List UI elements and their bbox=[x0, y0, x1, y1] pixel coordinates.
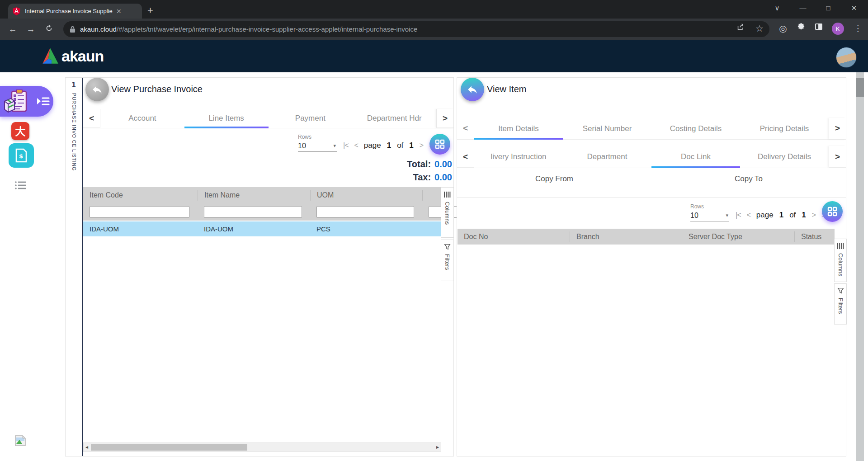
new-tab-button[interactable]: + bbox=[147, 5, 153, 16]
scrollbar-thumb[interactable] bbox=[91, 444, 247, 451]
invoice-tabs: < Account Line Items Payment Department … bbox=[83, 109, 453, 128]
window-maximize-button[interactable]: □ bbox=[821, 4, 835, 12]
filter-item-code-input[interactable] bbox=[90, 206, 189, 218]
browser-titlebar: Internal Purchase Invoice Supplie ✕ + ∨ … bbox=[0, 0, 868, 19]
scroll-right-arrow[interactable]: ▸ bbox=[436, 444, 439, 450]
tab-delivery-instruction[interactable]: livery Instruction bbox=[474, 146, 563, 168]
invoice-applet-icon[interactable]: $ bbox=[9, 143, 34, 168]
tab-copy-to[interactable]: Copy To bbox=[651, 168, 846, 197]
dropdown-caret-icon: ▾ bbox=[333, 143, 336, 149]
share-icon[interactable] bbox=[734, 23, 747, 33]
address-bar[interactable]: akaun.cloud/#/applets/tnt/wavelet/erp/in… bbox=[63, 21, 769, 37]
page-scrollbar[interactable] bbox=[856, 72, 864, 461]
tab-item-details[interactable]: Item Details bbox=[474, 118, 563, 139]
tab-line-items[interactable]: Line Items bbox=[184, 109, 269, 128]
current-page: 1 bbox=[387, 141, 391, 150]
next-page-button[interactable]: > bbox=[812, 211, 816, 219]
target-extension-icon[interactable]: ◎ bbox=[777, 23, 789, 34]
filters-tool-tab[interactable]: Filters bbox=[834, 283, 847, 325]
browser-tab[interactable]: Internal Purchase Invoice Supplie ✕ bbox=[8, 4, 142, 19]
total-pages: 1 bbox=[802, 211, 806, 220]
tab-costing-details[interactable]: Costing Details bbox=[651, 118, 740, 139]
tab-pricing-details[interactable]: Pricing Details bbox=[740, 118, 829, 139]
col-item-code: Item Code bbox=[83, 190, 198, 201]
dollar-document-icon: $ bbox=[15, 148, 27, 163]
item-tabs-row1: < Item Details Serial Number Costing Det… bbox=[457, 118, 846, 140]
line-items-pagination: Rows 10 ▾ |< < page 1 of 1 > >| bbox=[298, 134, 434, 152]
tab-department-hdr[interactable]: Department Hdr bbox=[352, 109, 436, 128]
columns-icon bbox=[444, 191, 451, 198]
reload-icon bbox=[45, 24, 53, 32]
columns-icon bbox=[837, 243, 844, 249]
tab-serial-number[interactable]: Serial Number bbox=[563, 118, 651, 139]
item-back-button[interactable] bbox=[461, 78, 484, 101]
table-row-selected[interactable]: IDA-UOM IDA-UOM PCS bbox=[83, 221, 441, 236]
filter-item-name-input[interactable] bbox=[204, 206, 302, 218]
col-uom: UOM bbox=[310, 190, 422, 201]
page-title: View Purchase Invoice bbox=[111, 84, 203, 94]
columns-tool-tab[interactable]: Columns bbox=[441, 187, 454, 238]
purchase-invoice-panel: 1 PURCHASE INVOICE LISTING View Purchase… bbox=[65, 77, 454, 456]
url-host: akaun.cloud bbox=[80, 25, 117, 33]
user-avatar[interactable] bbox=[836, 47, 857, 68]
back-button[interactable] bbox=[85, 78, 109, 101]
browser-back-button[interactable]: ← bbox=[4, 24, 22, 34]
total-value: 0.00 bbox=[434, 159, 452, 169]
horizontal-scrollbar[interactable]: ◂ ▸ bbox=[83, 442, 441, 452]
svg-text:$: $ bbox=[19, 153, 23, 160]
row1-scroll-left[interactable]: < bbox=[457, 118, 474, 139]
filters-tool-tab[interactable]: Filters bbox=[441, 240, 454, 281]
prev-page-button[interactable]: < bbox=[747, 211, 750, 219]
tax-line: Tax:0.00 bbox=[413, 172, 452, 183]
tab-delivery-details[interactable]: Delivery Details bbox=[740, 146, 829, 168]
grid-view-button[interactable] bbox=[429, 134, 450, 155]
back-arrow-icon bbox=[467, 84, 478, 95]
window-close-button[interactable]: ✕ bbox=[847, 4, 861, 12]
tabs-scroll-right[interactable]: > bbox=[436, 109, 453, 128]
extensions-puzzle-icon[interactable] bbox=[795, 23, 807, 33]
window-menu-icon[interactable]: ∨ bbox=[770, 4, 784, 12]
page-scrollbar-thumb[interactable] bbox=[856, 78, 864, 97]
active-tab-underline bbox=[474, 138, 563, 140]
first-page-button[interactable]: |< bbox=[343, 141, 349, 150]
grid-view-button[interactable] bbox=[822, 201, 843, 222]
tab-account[interactable]: Account bbox=[100, 109, 184, 128]
columns-tool-tab[interactable]: Columns bbox=[834, 239, 847, 282]
filter-funnel-icon bbox=[444, 244, 451, 250]
item-tabs-row2: < livery Instruction Department Doc Link… bbox=[457, 146, 846, 168]
active-applet-pill[interactable] bbox=[0, 86, 53, 117]
browser-menu-dots-icon[interactable]: ⋮ bbox=[852, 23, 864, 33]
first-page-button[interactable]: |< bbox=[736, 211, 741, 219]
table-header-row: Item Code Item Name UOM bbox=[83, 187, 441, 203]
total-pages: 1 bbox=[409, 141, 413, 150]
scroll-left-arrow[interactable]: ◂ bbox=[85, 444, 88, 450]
strip-label: PURCHASE INVOICE LISTING bbox=[71, 93, 77, 171]
tabs-scroll-left[interactable]: < bbox=[83, 109, 100, 128]
url-path: /#/applets/tnt/wavelet/erp/internal-purc… bbox=[117, 25, 417, 33]
filter-uom-input[interactable] bbox=[316, 206, 414, 218]
table-header-row: Doc No Branch Server Doc Type Status bbox=[458, 229, 835, 245]
bookmark-star-icon[interactable]: ☆ bbox=[753, 23, 766, 34]
current-page: 1 bbox=[779, 211, 783, 220]
next-page-button[interactable]: > bbox=[420, 141, 423, 150]
da-applet-icon[interactable] bbox=[11, 122, 29, 140]
row1-scroll-right[interactable]: > bbox=[829, 118, 846, 139]
col-server-doc-type: Server Doc Type bbox=[682, 231, 794, 242]
browser-reload-button[interactable] bbox=[40, 24, 58, 34]
filter-funnel-icon bbox=[837, 287, 844, 294]
row2-scroll-right[interactable]: > bbox=[829, 146, 846, 168]
rows-per-page-select[interactable]: Rows 10 ▾ bbox=[690, 203, 729, 221]
tab-department[interactable]: Department bbox=[563, 146, 651, 168]
browser-profile-avatar[interactable]: K bbox=[832, 23, 844, 35]
browser-forward-button[interactable]: → bbox=[22, 24, 40, 34]
rows-per-page-select[interactable]: Rows 10 ▾ bbox=[298, 134, 337, 152]
tab-copy-from[interactable]: Copy From bbox=[457, 168, 651, 197]
side-panel-icon[interactable] bbox=[812, 23, 825, 33]
list-menu-icon[interactable] bbox=[15, 181, 26, 191]
window-minimize-button[interactable]: — bbox=[796, 4, 810, 12]
row2-scroll-left[interactable]: < bbox=[457, 146, 474, 168]
tab-doc-link[interactable]: Doc Link bbox=[651, 146, 740, 168]
tab-payment[interactable]: Payment bbox=[269, 109, 353, 128]
strip-step-number: 1 bbox=[66, 80, 82, 89]
prev-page-button[interactable]: < bbox=[354, 141, 358, 150]
